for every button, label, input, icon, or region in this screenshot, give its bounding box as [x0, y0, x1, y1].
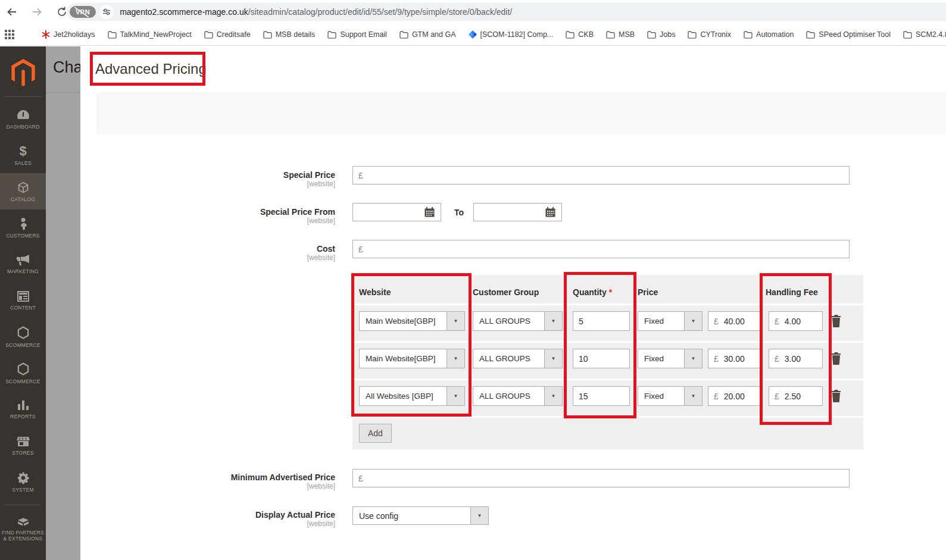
quantity-input-row3[interactable] [579, 392, 624, 401]
bookmark-speed-optimiser[interactable]: SPeed Optimiser Tool [806, 30, 891, 39]
sidebar-item-customers[interactable]: CUSTOMERS [0, 209, 46, 246]
bookmark-scm248[interactable]: SCM2.4.8 [903, 30, 946, 39]
cost-input[interactable] [369, 245, 844, 254]
bookmark-creditsafe[interactable]: Creditsafe [204, 30, 251, 39]
bookmark-ckb[interactable]: CKB [566, 30, 594, 39]
delete-row-icon-row1[interactable] [831, 315, 841, 327]
site-settings-icon[interactable] [99, 5, 114, 19]
special-price-field[interactable]: £ [352, 166, 850, 184]
minimum-advertised-price-field[interactable]: £ [352, 469, 850, 487]
modal-header-band [96, 92, 946, 134]
hexagon-icon [16, 362, 30, 376]
sidebar-item-content[interactable]: CONTENT [0, 282, 46, 318]
delete-row-icon-row2[interactable] [831, 352, 841, 365]
folder-icon [688, 31, 697, 39]
add-tier-button[interactable]: Add [359, 424, 392, 443]
forward-button[interactable] [29, 4, 45, 20]
price-input-row3[interactable] [724, 392, 756, 401]
apps-grid-icon[interactable] [5, 30, 14, 39]
handling-fee-input-row3[interactable] [785, 392, 817, 401]
chevron-down-icon: ▼ [684, 349, 702, 368]
special-price-to-input[interactable] [479, 208, 545, 217]
bookmark-support-email[interactable]: Support Email [327, 30, 387, 39]
folder-icon [744, 31, 753, 39]
folder-icon [327, 31, 336, 39]
customer-group-select-row1[interactable]: ALL GROUPS▼ [473, 311, 563, 331]
special-price-to-field[interactable] [473, 203, 562, 221]
bookmark-msb[interactable]: MSB [606, 30, 635, 39]
sidebar-item-find-partners[interactable]: FIND PARTNERS & EXTENSIONS [0, 509, 46, 548]
quantity-field-row1[interactable] [573, 311, 630, 331]
handling-fee-input-row2[interactable] [785, 354, 817, 364]
bookmark-jira-scom-1182[interactable]: [SCOM-1182] Comp... [469, 30, 554, 39]
handling-fee-field-row1[interactable]: £ [769, 311, 823, 331]
special-price-input[interactable] [369, 171, 844, 180]
price-field-row2[interactable]: £ [708, 349, 762, 368]
currency-prefix: £ [775, 317, 779, 326]
handling-fee-input-row1[interactable] [785, 317, 817, 326]
magento-logo[interactable] [0, 46, 46, 92]
col-header-quantity: Quantity* [573, 287, 612, 297]
special-price-from-field[interactable] [352, 203, 441, 221]
bookmark-gtm-ga[interactable]: GTM and GA [399, 30, 456, 39]
display-actual-price-select[interactable]: Use config ▼ [352, 506, 489, 525]
website-select-row2[interactable]: Main Website[GBP]▼ [359, 349, 465, 368]
col-header-handling-fee: Handling Fee [766, 287, 818, 297]
quantity-input-row1[interactable] [579, 317, 624, 326]
display-actual-price-label: Display Actual Price [website] [80, 510, 335, 528]
back-button[interactable] [4, 4, 20, 20]
vpn-extension-badge[interactable]: VPN [70, 6, 96, 18]
price-input-row2[interactable] [724, 354, 756, 364]
quantity-field-row2[interactable] [573, 349, 630, 368]
quantity-input-row2[interactable] [579, 354, 624, 364]
delete-row-icon-row3[interactable] [831, 390, 841, 402]
dashboard-icon [16, 108, 30, 121]
sidebar-item-dashboard[interactable]: DASHBOARD [0, 101, 46, 137]
stores-icon [16, 436, 30, 448]
bookmark-jobs[interactable]: Jobs [647, 30, 675, 39]
bookmark-talkmind[interactable]: TalkMind_NewProject [108, 30, 192, 39]
sidebar-item-stores[interactable]: STORES [0, 427, 46, 464]
folder-icon [204, 31, 213, 39]
sales-icon: $ [19, 145, 26, 158]
folder-icon [606, 31, 615, 39]
price-field-row3[interactable]: £ [708, 386, 762, 406]
bookmark-msb-details[interactable]: MSB details [263, 30, 316, 39]
website-select-row1[interactable]: Main Website[GBP]▼ [359, 311, 465, 331]
handling-fee-field-row2[interactable]: £ [769, 349, 823, 368]
address-bar[interactable]: VPN magento2.scommerce-mage.co.uk/sitead… [67, 3, 946, 21]
bookmark-automation[interactable]: Automation [744, 30, 794, 39]
cost-field[interactable]: £ [352, 240, 850, 258]
price-input-row1[interactable] [724, 317, 756, 326]
sidebar-divider [5, 96, 41, 97]
website-select-row3[interactable]: All Websites [GBP]▼ [359, 386, 465, 406]
price-type-select-row3[interactable]: Fixed▼ [638, 386, 703, 406]
customer-group-select-row2[interactable]: ALL GROUPS▼ [473, 349, 563, 368]
price-field-row1[interactable]: £ [708, 311, 762, 331]
special-price-from-input[interactable] [358, 208, 424, 217]
row-separator [352, 416, 863, 418]
bookmark-cytronix[interactable]: CYTronix [688, 30, 731, 39]
chevron-down-icon: ▼ [447, 387, 464, 405]
sidebar-item-scommerce-2[interactable]: SCOMMERCE [0, 355, 46, 391]
sidebar-item-catalog[interactable]: CATALOG [0, 173, 46, 209]
sidebar-item-reports[interactable]: REPORTS [0, 391, 46, 427]
handling-fee-field-row3[interactable]: £ [769, 386, 823, 406]
sidebar-item-marketing[interactable]: MARKETING [0, 246, 46, 282]
minimum-advertised-price-input[interactable] [369, 474, 844, 483]
folder-icon [647, 31, 656, 39]
calendar-icon[interactable] [424, 207, 435, 218]
calendar-icon[interactable] [545, 207, 556, 218]
bookmark-jet2holidays[interactable]: Jet2holidays [42, 30, 95, 39]
price-type-select-row1[interactable]: Fixed▼ [638, 311, 703, 331]
customer-group-select-row3[interactable]: ALL GROUPS▼ [473, 386, 563, 406]
quantity-field-row3[interactable] [573, 386, 630, 406]
folder-icon [263, 31, 272, 39]
modal-title: Advanced Pricing [95, 61, 207, 77]
sidebar-item-system[interactable]: SYSTEM [0, 464, 46, 500]
sidebar-item-scommerce-1[interactable]: SCOMMERCE [0, 318, 46, 355]
sidebar-item-sales[interactable]: $ SALES [0, 137, 46, 173]
currency-prefix: £ [358, 245, 363, 254]
price-type-select-row2[interactable]: Fixed▼ [638, 349, 703, 368]
advanced-pricing-modal: Advanced Pricing Special Price [website]… [80, 46, 946, 560]
